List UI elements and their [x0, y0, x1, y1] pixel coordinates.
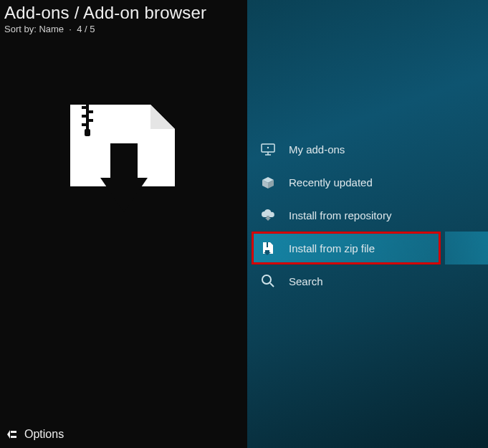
menu-item-search[interactable]: Search	[247, 264, 488, 297]
right-panel: My add-ons Recently updated Install from…	[247, 0, 488, 448]
svg-rect-5	[82, 123, 86, 126]
svg-rect-1	[82, 106, 86, 109]
addon-menu: My add-ons Recently updated Install from…	[247, 133, 488, 297]
svg-rect-3	[82, 115, 86, 118]
svg-marker-9	[7, 430, 10, 439]
sort-separator: ·	[67, 24, 77, 34]
options-label[interactable]: Options	[24, 428, 64, 441]
sort-label: Sort by: Name	[4, 24, 64, 34]
footer-bar: Options	[6, 428, 64, 441]
options-icon[interactable]	[6, 429, 17, 440]
svg-point-22	[262, 275, 271, 284]
svg-line-23	[270, 283, 274, 287]
monitor-icon	[260, 141, 276, 157]
svg-rect-20	[267, 242, 268, 247]
menu-item-label: Recently updated	[289, 176, 373, 189]
zip-download-icon	[66, 100, 181, 215]
menu-item-label: Install from repository	[289, 209, 391, 221]
svg-rect-0	[86, 105, 89, 129]
menu-item-recently-updated[interactable]: Recently updated	[247, 166, 488, 199]
svg-rect-7	[110, 143, 138, 179]
box-open-icon	[260, 174, 276, 190]
svg-rect-2	[89, 110, 93, 113]
search-icon	[260, 273, 276, 289]
svg-rect-11	[11, 436, 16, 438]
svg-point-15	[267, 147, 269, 148]
header: Add-ons / Add-on browser Sort by: Name ·…	[0, 0, 247, 34]
sort-info: Sort by: Name · 4 / 5	[4, 24, 243, 34]
menu-item-install-zip[interactable]: Install from zip file	[247, 232, 488, 264]
page-title: Add-ons / Add-on browser	[4, 3, 243, 23]
svg-rect-6	[85, 129, 90, 136]
menu-item-label: Install from zip file	[289, 242, 375, 254]
zip-file-icon	[260, 240, 276, 256]
menu-item-install-repository[interactable]: Install from repository	[247, 199, 488, 232]
menu-item-label: My add-ons	[289, 143, 345, 156]
position-indicator: 4 / 5	[77, 24, 95, 34]
menu-item-label: Search	[289, 275, 323, 287]
selection-highlight: Install from zip file	[252, 232, 441, 264]
svg-rect-4	[89, 119, 93, 122]
cloud-download-icon	[260, 207, 276, 223]
svg-rect-10	[11, 431, 16, 433]
menu-item-my-addons[interactable]: My add-ons	[247, 133, 488, 166]
svg-marker-8	[100, 178, 148, 212]
left-panel: Add-ons / Add-on browser Sort by: Name ·…	[0, 0, 247, 448]
